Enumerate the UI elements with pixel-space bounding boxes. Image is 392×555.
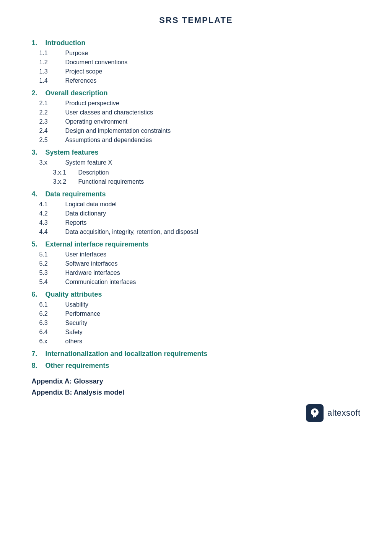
section-1-header: 1. Introduction (32, 39, 361, 47)
section-8-header: 8. Other requirements (32, 362, 361, 370)
section-3-header: 3. System features (32, 149, 361, 157)
list-item: 6.x others (39, 337, 361, 346)
section-6-header: 6. Quality attributes (32, 291, 361, 299)
section-2-title: Overall description (46, 89, 108, 97)
section-3-items: 3.x System feature X 3.x.1 Description 3… (39, 158, 361, 186)
section-8-title: Other requirements (46, 362, 109, 370)
section-3-number: 3. (32, 149, 42, 157)
list-item: 2.3 Operating environment (39, 117, 361, 126)
section-6-title: Quality attributes (46, 291, 102, 299)
list-item: 6.1 Usability (39, 300, 361, 309)
list-item: 2.1 Product perspective (39, 99, 361, 108)
section-6: 6. Quality attributes 6.1 Usability 6.2 … (32, 291, 361, 346)
section-4-number: 4. (32, 190, 42, 198)
list-item: 1.3 Project scope (39, 67, 361, 76)
list-item: 6.4 Safety (39, 328, 361, 337)
list-item: 2.4 Design and implementation constraint… (39, 126, 361, 135)
list-item: 3.x.1 Description (53, 168, 361, 177)
section-5-number: 5. (32, 240, 42, 248)
list-item: 1.4 References (39, 76, 361, 85)
page-container: SRS TEMPLATE 1. Introduction 1.1 Purpose… (32, 15, 361, 422)
section-2-header: 2. Overall description (32, 89, 361, 97)
list-item: 5.2 Software interfaces (39, 259, 361, 268)
list-item: 5.4 Communication interfaces (39, 278, 361, 287)
appendix-a: Appendix A: Glossary (32, 377, 361, 385)
section-8-number: 8. (32, 362, 42, 370)
section-4-title: Data requirements (46, 190, 106, 198)
section-1-number: 1. (32, 39, 42, 47)
page-title: SRS TEMPLATE (32, 15, 361, 25)
section-1: 1. Introduction 1.1 Purpose 1.2 Document… (32, 39, 361, 85)
list-item: 5.1 User interfaces (39, 250, 361, 259)
section-6-number: 6. (32, 291, 42, 299)
section-2-items: 2.1 Product perspective 2.2 User classes… (39, 99, 361, 145)
altexsoft-logo-icon (306, 404, 324, 422)
section-4-items: 4.1 Logical data model 4.2 Data dictiona… (39, 200, 361, 237)
table-of-contents: 1. Introduction 1.1 Purpose 1.2 Document… (32, 39, 361, 370)
list-item: 2.2 User classes and characteristics (39, 108, 361, 117)
section-5-title: External interface requirements (46, 240, 149, 248)
section-5: 5. External interface requirements 5.1 U… (32, 240, 361, 287)
list-item: 2.5 Assumptions and dependencies (39, 135, 361, 145)
list-item: 1.1 Purpose (39, 49, 361, 58)
section-6-items: 6.1 Usability 6.2 Performance 6.3 Securi… (39, 300, 361, 346)
section-7-title: Internationalization and localization re… (46, 350, 208, 358)
section-5-header: 5. External interface requirements (32, 240, 361, 248)
list-item: 1.2 Document conventions (39, 58, 361, 67)
altexsoft-icon-svg (309, 408, 320, 418)
section-1-items: 1.1 Purpose 1.2 Document conventions 1.3… (39, 49, 361, 85)
list-item: 6.2 Performance (39, 309, 361, 318)
appendices: Appendix A: Glossary Appendix B: Analysi… (32, 377, 361, 397)
altexsoft-logo-text: altexsoft (327, 408, 360, 418)
list-item: 3.x System feature X (39, 158, 361, 167)
section-8: 8. Other requirements (32, 362, 361, 370)
appendix-b: Appendix B: Analysis model (32, 388, 361, 397)
section-4-header: 4. Data requirements (32, 190, 361, 198)
section-3: 3. System features 3.x System feature X … (32, 149, 361, 186)
list-item: 3.x.2 Functional requirements (53, 177, 361, 186)
section-2: 2. Overall description 2.1 Product persp… (32, 89, 361, 145)
section-7-header: 7. Internationalization and localization… (32, 350, 361, 358)
section-3-subitems: 3.x.1 Description 3.x.2 Functional requi… (53, 168, 361, 186)
section-7: 7. Internationalization and localization… (32, 350, 361, 358)
list-item: 4.2 Data dictionary (39, 209, 361, 218)
section-5-items: 5.1 User interfaces 5.2 Software interfa… (39, 250, 361, 287)
section-3-title: System features (46, 149, 99, 157)
list-item: 4.1 Logical data model (39, 200, 361, 209)
list-item: 5.3 Hardware interfaces (39, 268, 361, 278)
section-4: 4. Data requirements 4.1 Logical data mo… (32, 190, 361, 237)
section-7-number: 7. (32, 350, 42, 358)
footer-logo: altexsoft (32, 404, 361, 422)
list-item: 6.3 Security (39, 318, 361, 328)
section-1-title: Introduction (46, 39, 86, 47)
section-2-number: 2. (32, 89, 42, 97)
list-item: 4.3 Reports (39, 218, 361, 227)
list-item: 4.4 Data acquisition, integrity, retenti… (39, 227, 361, 237)
